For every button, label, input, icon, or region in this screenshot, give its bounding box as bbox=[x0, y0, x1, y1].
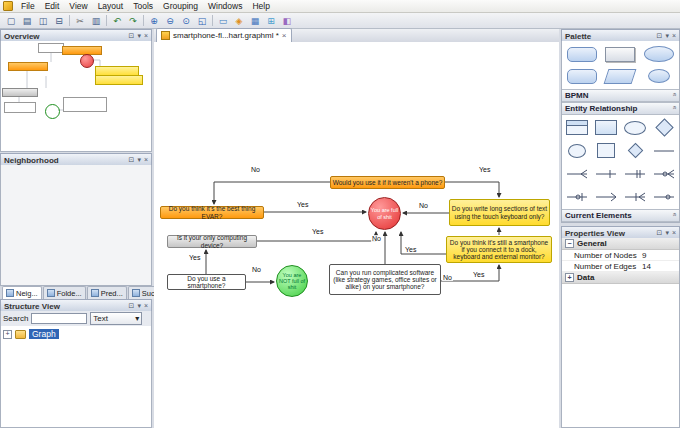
flow-node-full-of-shit[interactable]: You are full of shit bbox=[368, 197, 401, 230]
close-panel-icon[interactable]: × bbox=[672, 32, 676, 40]
palette-item[interactable] bbox=[591, 185, 620, 208]
palette-item[interactable] bbox=[562, 162, 591, 185]
edge-label[interactable]: No bbox=[418, 202, 429, 209]
grid-icon[interactable]: ▦ bbox=[247, 14, 263, 27]
new-icon[interactable]: ▢ bbox=[3, 14, 19, 27]
palette-item[interactable] bbox=[621, 162, 650, 185]
flow-node-long-text-keyboard[interactable]: Do you write long sections of text using… bbox=[449, 199, 550, 226]
edge-label[interactable]: Yes bbox=[188, 254, 201, 261]
fit-content-icon[interactable]: ◱ bbox=[194, 14, 210, 27]
palette-section-bpmn[interactable]: BPMN » bbox=[562, 89, 679, 102]
graph-canvas[interactable]: Would you use it if it weren't a phone? … bbox=[154, 42, 559, 428]
palette-item[interactable] bbox=[650, 139, 679, 162]
collapse-panel-icon[interactable]: ▾ bbox=[665, 32, 669, 40]
tree-expander-icon[interactable]: + bbox=[3, 330, 12, 339]
save-icon[interactable]: ◫ bbox=[35, 14, 51, 27]
float-panel-icon[interactable]: ⊡ bbox=[129, 302, 135, 310]
group-expander-icon[interactable]: − bbox=[565, 239, 574, 248]
palette-section-current-elements[interactable]: Current Elements » bbox=[562, 209, 679, 222]
edge-label[interactable]: Yes bbox=[404, 246, 417, 253]
edge[interactable] bbox=[445, 182, 499, 197]
edge-label[interactable]: Yes bbox=[311, 228, 324, 235]
float-panel-icon[interactable]: ⊡ bbox=[129, 156, 135, 164]
tab-predecessors[interactable]: Pred... bbox=[87, 286, 127, 299]
group-expander-icon[interactable]: + bbox=[565, 273, 574, 282]
zoom-actual-icon[interactable]: ⊙ bbox=[178, 14, 194, 27]
paste-icon[interactable]: ▥ bbox=[88, 14, 104, 27]
palette-item[interactable] bbox=[640, 65, 678, 87]
undo-icon[interactable]: ↶ bbox=[109, 14, 125, 27]
tree-item-graph[interactable]: + Graph bbox=[3, 329, 149, 339]
zoom-area-icon[interactable]: ▭ bbox=[215, 14, 231, 27]
menu-layout[interactable]: Layout bbox=[93, 0, 129, 12]
palette-item[interactable] bbox=[621, 185, 650, 208]
palette-item[interactable] bbox=[601, 65, 639, 87]
palette-item[interactable] bbox=[640, 43, 678, 65]
close-panel-icon[interactable]: × bbox=[672, 229, 676, 237]
palette-item[interactable] bbox=[562, 185, 591, 208]
palette-item[interactable] bbox=[650, 185, 679, 208]
palette-section-entity-relationship[interactable]: Entity Relationship » bbox=[562, 102, 679, 115]
menu-tools[interactable]: Tools bbox=[128, 0, 158, 12]
palette-item[interactable] bbox=[563, 43, 601, 65]
tab-folder-contents[interactable]: Folde... bbox=[43, 286, 86, 299]
search-filter-select[interactable]: Text ▾ bbox=[90, 312, 142, 325]
layout-icon[interactable]: ◧ bbox=[279, 14, 295, 27]
edge-label[interactable]: Yes bbox=[296, 201, 309, 208]
flow-node-would-you-use[interactable]: Would you use it if it weren't a phone? bbox=[330, 176, 445, 189]
close-panel-icon[interactable]: × bbox=[144, 302, 148, 310]
tab-close-icon[interactable]: × bbox=[282, 32, 287, 40]
zoom-in-icon[interactable]: ⊕ bbox=[146, 14, 162, 27]
close-panel-icon[interactable]: × bbox=[144, 156, 148, 164]
edge-label[interactable]: No bbox=[371, 235, 382, 242]
palette-item[interactable] bbox=[562, 139, 591, 162]
edge-label[interactable]: No bbox=[250, 166, 261, 173]
collapse-panel-icon[interactable]: ▾ bbox=[137, 32, 141, 40]
search-input[interactable] bbox=[31, 313, 87, 324]
collapse-panel-icon[interactable]: ▾ bbox=[665, 229, 669, 237]
edge[interactable] bbox=[214, 182, 330, 204]
overview-minimap[interactable] bbox=[0, 41, 152, 152]
menu-grouping[interactable]: Grouping bbox=[158, 0, 203, 12]
overview-mode-icon[interactable]: ◈ bbox=[231, 14, 247, 27]
property-group-data[interactable]: + Data bbox=[562, 272, 679, 284]
menu-view[interactable]: View bbox=[64, 0, 92, 12]
palette-item[interactable] bbox=[650, 116, 679, 139]
collapse-panel-icon[interactable]: ▾ bbox=[137, 156, 141, 164]
palette-item[interactable] bbox=[621, 139, 650, 162]
flow-node-complicated-software[interactable]: Can you run complicated software (like s… bbox=[329, 264, 441, 295]
edge-label[interactable]: No bbox=[251, 266, 262, 273]
palette-item[interactable] bbox=[601, 43, 639, 65]
flow-node-only-computing-device[interactable]: Is it your only computing device? bbox=[167, 235, 257, 248]
edge-label[interactable]: Yes bbox=[478, 166, 491, 173]
open-icon[interactable]: ▤ bbox=[19, 14, 35, 27]
collapse-panel-icon[interactable]: ▾ bbox=[137, 302, 141, 310]
float-panel-icon[interactable]: ⊡ bbox=[129, 32, 135, 40]
edge-label[interactable]: No bbox=[442, 274, 453, 281]
close-panel-icon[interactable]: × bbox=[144, 32, 148, 40]
palette-item[interactable] bbox=[591, 162, 620, 185]
menu-help[interactable]: Help bbox=[247, 0, 274, 12]
property-group-general[interactable]: − General bbox=[562, 238, 679, 250]
redo-icon[interactable]: ↷ bbox=[125, 14, 141, 27]
palette-item[interactable] bbox=[562, 116, 591, 139]
edge-label[interactable]: Yes bbox=[472, 271, 485, 278]
float-panel-icon[interactable]: ⊡ bbox=[657, 32, 663, 40]
cut-icon[interactable]: ✂ bbox=[72, 14, 88, 27]
palette-item[interactable] bbox=[591, 116, 620, 139]
menu-edit[interactable]: Edit bbox=[40, 0, 65, 12]
document-tab[interactable]: smartphone-fl...hart.graphml * × bbox=[156, 28, 292, 42]
tab-neighborhood[interactable]: Neig... bbox=[2, 286, 42, 299]
snap-lines-icon[interactable]: ⊞ bbox=[263, 14, 279, 27]
float-panel-icon[interactable]: ⊡ bbox=[657, 229, 663, 237]
menu-file[interactable]: File bbox=[16, 0, 40, 12]
zoom-out-icon[interactable]: ⊖ bbox=[162, 14, 178, 27]
palette-item[interactable] bbox=[650, 162, 679, 185]
flow-node-use-a-smartphone[interactable]: Do you use a smartphone? bbox=[167, 274, 246, 290]
print-icon[interactable]: ⊟ bbox=[51, 14, 67, 27]
palette-item[interactable] bbox=[621, 116, 650, 139]
menu-windows[interactable]: Windows bbox=[203, 0, 247, 12]
flow-node-not-full-of-shit[interactable]: You are NOT full of shit bbox=[276, 265, 308, 297]
flow-node-still-a-smartphone[interactable]: Do you think it's still a smartphone if … bbox=[446, 236, 552, 263]
palette-item[interactable] bbox=[591, 139, 620, 162]
